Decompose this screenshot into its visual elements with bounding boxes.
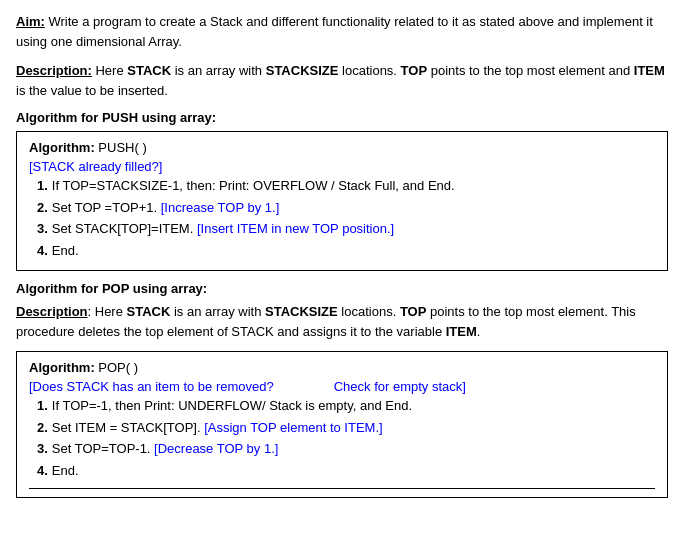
push-steps: 1.If TOP=STACKSIZE-1, then: Print: OVERF…	[29, 176, 655, 260]
aim-text: Write a program to create a Stack and di…	[16, 14, 653, 49]
push-step1-text: If TOP=STACKSIZE-1, then: Print: OVERFLO…	[52, 178, 455, 193]
pop-comment: [Does STACK has an item to be removed?Ch…	[29, 379, 655, 394]
desc1-text5: is the value to be inserted.	[16, 83, 168, 98]
desc1-label: Description:	[16, 63, 92, 78]
pop-algo-header: Algorithm: POP( )	[29, 360, 655, 375]
pop-comment-part1: [Does STACK has an item to be removed?	[29, 379, 274, 394]
pop-step4-num: 4.	[37, 463, 48, 478]
push-step4-num: 4.	[37, 243, 48, 258]
push-step2-text: Set TOP =TOP+1.	[52, 200, 161, 215]
desc2-stacksize: STACKSIZE	[265, 304, 338, 319]
pop-section-heading: Algorithm for POP using array:	[16, 281, 668, 296]
bottom-rule	[29, 488, 655, 489]
pop-algo-name: POP( )	[95, 360, 138, 375]
push-algo-name: PUSH( )	[95, 140, 147, 155]
pop-algo-label: Algorithm:	[29, 360, 95, 375]
pop-step-1: 1.If TOP=-1, then Print: UNDERFLOW/ Stac…	[29, 396, 655, 416]
desc1-stacksize: STACKSIZE	[266, 63, 339, 78]
desc2-text2: is an array with	[170, 304, 265, 319]
pop-step-2: 2.Set ITEM = STACK[TOP]. [Assign TOP ele…	[29, 418, 655, 438]
push-algo-header: Algorithm: PUSH( )	[29, 140, 655, 155]
aim-section: Aim: Write a program to create a Stack a…	[16, 12, 668, 51]
pop-step2-blue: [Assign TOP element to ITEM.]	[204, 420, 382, 435]
desc2-item: ITEM	[446, 324, 477, 339]
pop-step3-num: 3.	[37, 441, 48, 456]
desc1-top: TOP	[401, 63, 428, 78]
desc1-stack: STACK	[127, 63, 171, 78]
push-heading: Algorithm for PUSH using array:	[16, 110, 668, 125]
desc2-top: TOP	[400, 304, 427, 319]
pop-step3-blue: [Decrease TOP by 1.]	[154, 441, 278, 456]
push-comment: [STACK already filled?]	[29, 159, 655, 174]
pop-step2-num: 2.	[37, 420, 48, 435]
desc2-text5: .	[477, 324, 481, 339]
pop-step1-text: If TOP=-1, then Print: UNDERFLOW/ Stack …	[52, 398, 412, 413]
description2-section: Description: Here STACK is an array with…	[16, 302, 668, 341]
description1-section: Description: Here STACK is an array with…	[16, 61, 668, 100]
push-step-1: 1.If TOP=STACKSIZE-1, then: Print: OVERF…	[29, 176, 655, 196]
aim-label: Aim:	[16, 14, 45, 29]
pop-step-4: 4.End.	[29, 461, 655, 481]
push-step-2: 2.Set TOP =TOP+1. [Increase TOP by 1.]	[29, 198, 655, 218]
desc2-stack: STACK	[127, 304, 171, 319]
desc1-text4: points to the top most element and	[427, 63, 634, 78]
pop-steps: 1.If TOP=-1, then Print: UNDERFLOW/ Stac…	[29, 396, 655, 480]
desc1-item: ITEM	[634, 63, 665, 78]
desc1-text2: is an array with	[171, 63, 266, 78]
push-step2-blue: [Increase TOP by 1.]	[161, 200, 280, 215]
pop-step3-text: Set TOP=TOP-1.	[52, 441, 154, 456]
pop-step1-num: 1.	[37, 398, 48, 413]
push-step3-text: Set STACK[TOP]=ITEM.	[52, 221, 197, 236]
push-algorithm-box: Algorithm: PUSH( ) [STACK already filled…	[16, 131, 668, 271]
push-step3-blue: [Insert ITEM in new TOP position.]	[197, 221, 394, 236]
push-step-3: 3.Set STACK[TOP]=ITEM. [Insert ITEM in n…	[29, 219, 655, 239]
pop-algorithm-box: Algorithm: POP( ) [Does STACK has an ite…	[16, 351, 668, 498]
desc2-text1: : Here	[88, 304, 127, 319]
pop-step2-text: Set ITEM = STACK[TOP].	[52, 420, 204, 435]
desc1-text3: locations.	[338, 63, 400, 78]
push-step3-num: 3.	[37, 221, 48, 236]
desc2-text3: locations.	[338, 304, 400, 319]
push-step2-num: 2.	[37, 200, 48, 215]
desc1-text1: Here	[92, 63, 127, 78]
pop-comment-part2: Check for empty stack]	[334, 379, 466, 394]
desc2-label: Description	[16, 304, 88, 319]
pop-step4-text: End.	[52, 463, 79, 478]
push-step-4: 4.End.	[29, 241, 655, 261]
push-step1-num: 1.	[37, 178, 48, 193]
push-step4-text: End.	[52, 243, 79, 258]
push-algo-label: Algorithm:	[29, 140, 95, 155]
pop-step-3: 3.Set TOP=TOP-1. [Decrease TOP by 1.]	[29, 439, 655, 459]
